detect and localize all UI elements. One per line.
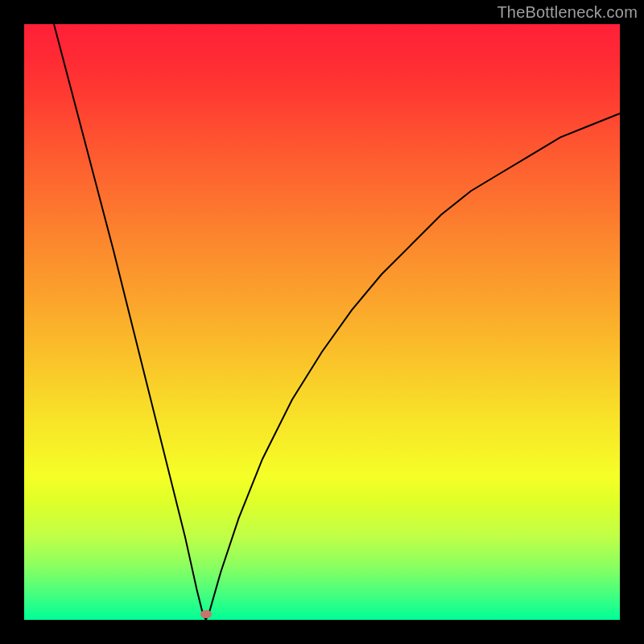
watermark-text: TheBottleneck.com: [497, 3, 638, 22]
optimum-marker: [200, 610, 212, 618]
plot-area: [24, 24, 620, 620]
bottleneck-chart: TheBottleneck.com: [0, 0, 644, 644]
chart-svg: [24, 24, 620, 620]
bottleneck-curve: [54, 24, 620, 620]
